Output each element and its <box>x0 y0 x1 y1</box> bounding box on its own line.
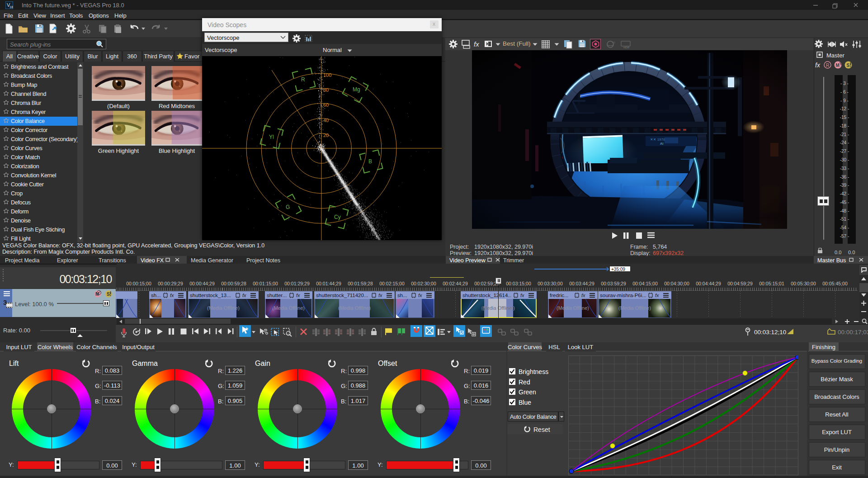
svg-text:Yl: Yl <box>269 134 274 140</box>
svg-text:HDR: HDR <box>623 46 630 49</box>
svg-text:G: G <box>286 204 290 210</box>
svg-text:60: 60 <box>612 41 615 44</box>
svg-text:18: 18 <box>9 5 13 9</box>
svg-text:fx: fx <box>296 293 300 298</box>
svg-text:Cy: Cy <box>334 214 341 220</box>
svg-text:fx: fx <box>242 293 246 298</box>
svg-text:fx: fx <box>418 293 422 298</box>
svg-text:20: 20 <box>323 133 329 138</box>
svg-text:S: S <box>107 292 110 297</box>
svg-text:100: 100 <box>323 72 331 78</box>
svg-text:M: M <box>836 63 840 68</box>
svg-text:Mg: Mg <box>353 86 360 93</box>
svg-text:60: 60 <box>323 102 329 108</box>
svg-text:fx: fx <box>170 293 174 298</box>
svg-text:M: M <box>95 292 99 297</box>
svg-text:fx: fx <box>520 293 524 298</box>
svg-text:40: 40 <box>323 118 329 123</box>
svg-text:80: 80 <box>323 87 329 93</box>
svg-text:R: R <box>826 63 829 68</box>
svg-text:S: S <box>847 63 850 68</box>
svg-text:R: R <box>301 76 305 83</box>
svg-text:fx: fx <box>581 293 585 298</box>
svg-text:B: B <box>368 158 372 165</box>
svg-text:fx: fx <box>655 293 659 298</box>
svg-text:fx: fx <box>378 293 382 298</box>
